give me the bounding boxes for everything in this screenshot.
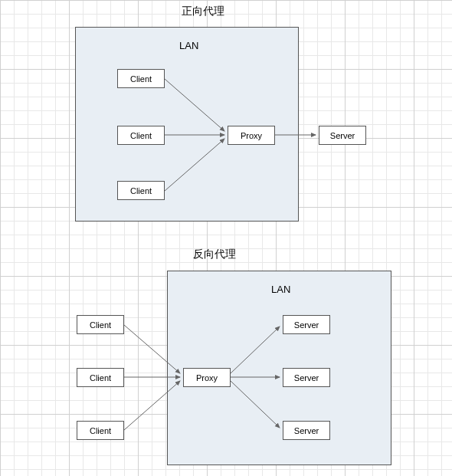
forward-client-3: Client (117, 181, 165, 200)
diagram-canvas: 正向代理 LAN Client Client Client Proxy Serv… (0, 0, 452, 476)
reverse-proxy: Proxy (183, 368, 231, 387)
forward-proxy-title: 正向代理 (172, 5, 234, 18)
reverse-lan-label: LAN (271, 284, 290, 295)
forward-client-2: Client (117, 126, 165, 145)
forward-lan-box: LAN (75, 27, 299, 222)
reverse-server-1: Server (283, 315, 330, 334)
reverse-client-1: Client (77, 315, 124, 334)
reverse-server-3: Server (283, 421, 330, 440)
reverse-server-2: Server (283, 368, 330, 387)
forward-lan-label: LAN (179, 40, 198, 51)
forward-proxy: Proxy (228, 126, 275, 145)
reverse-client-3: Client (77, 421, 124, 440)
reverse-proxy-title: 反向代理 (184, 248, 245, 261)
reverse-client-2: Client (77, 368, 124, 387)
forward-client-1: Client (117, 69, 165, 88)
forward-server: Server (319, 126, 366, 145)
